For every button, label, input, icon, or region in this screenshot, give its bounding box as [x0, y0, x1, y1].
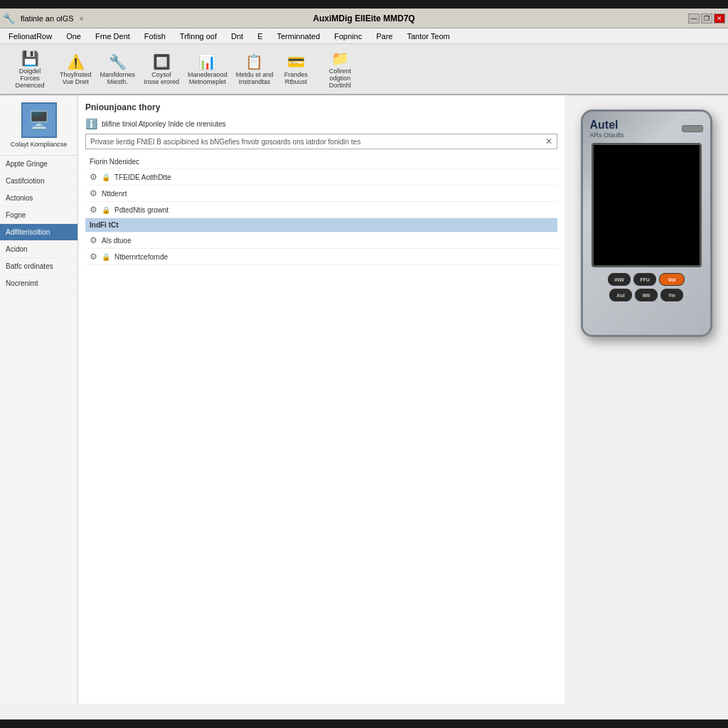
nav-item-fogne[interactable]: Fogne — [0, 207, 77, 224]
device-label: Colayt Kompliancse — [11, 141, 68, 148]
list-item-1[interactable]: ⚙ 🔒 TFEIDE AotthDtte — [85, 169, 557, 186]
menu-trfinng[interactable]: Trfinng oof — [174, 31, 223, 42]
restore-button[interactable]: ❐ — [701, 14, 712, 23]
ribbon-btn-3[interactable]: 🔲 CoysolInsse erored — [141, 50, 182, 87]
list-item-6[interactable]: ⚙ 🔒 Ntbernrtcefornde — [85, 249, 557, 265]
menu-one[interactable]: One — [60, 31, 87, 42]
ribbon-btn-1[interactable]: ⚠️ ThoyfnstedVue Dnet — [57, 50, 95, 87]
device-icon-area: 🖥️ Colayt Kompliancse — [0, 95, 77, 156]
device-buttons: INW FFU Vol Aul WiI Yei — [590, 273, 703, 301]
title-bar-left: 🔧 flatinle an olGS × — [3, 13, 84, 24]
menu-fopninc[interactable]: Fopninc — [328, 31, 368, 42]
device-model: ARs Otaults — [590, 132, 624, 139]
menu-dnt[interactable]: Dnt — [225, 31, 249, 42]
ribbon-btn-6[interactable]: 💳 FrandesRtbuust — [279, 50, 313, 87]
panel-breadcrumb: Pniounjoanc thory — [85, 102, 557, 112]
list-item-3[interactable]: ⚙ 🔒 PdtedNtis grownt — [85, 202, 557, 218]
menu-terminnated[interactable]: Terminnated — [271, 31, 326, 42]
main-panel: Pniounjoanc thory ℹ️ blifine tiniol Atpo… — [78, 95, 564, 704]
left-panel: 🖥️ Colayt Kompliancse Appte Gringe Casti… — [0, 95, 78, 704]
nav-item-acidon[interactable]: Acidon — [0, 241, 77, 258]
info-text: blifine tiniol Atponley Inlde cle nreniu… — [102, 120, 226, 128]
ribbon-label-6: FrandesRtbuust — [284, 72, 308, 86]
ribbon-label-2: ManifdornesMiesth. — [100, 72, 136, 86]
item-label-4: IndFi tCt — [90, 221, 119, 229]
menu-fotish[interactable]: Fotish — [139, 31, 171, 42]
gear-icon-1: ⚙ — [90, 172, 97, 182]
device-btn-inw[interactable]: INW — [608, 273, 631, 286]
nav-item-nocrenimt[interactable]: Nocrenimt — [0, 275, 77, 292]
ribbon-label-1: ThoyfnstedVue Dnet — [60, 72, 92, 86]
gear-icon-2: ⚙ — [90, 188, 97, 198]
search-close-button[interactable]: ✕ — [545, 136, 552, 146]
ribbon: 💾 Doigdel ForcesDenenced ⚠️ ThoyfnstedVu… — [0, 44, 728, 95]
app-icon: 🔧 — [3, 13, 15, 24]
wrench-icon: 🔧 — [107, 52, 127, 72]
clipboard-icon: 📋 — [245, 52, 264, 72]
control-icon: 🔲 — [151, 52, 171, 72]
nav-item-appte-gringe[interactable]: Appte Gringe — [0, 156, 77, 173]
btn-row-2: Aul WiI Yei — [593, 289, 700, 301]
ribbon-label-0: Doigdel ForcesDenenced — [9, 68, 51, 90]
nav-item-batfc-ordinates[interactable]: Batfc ordinates — [0, 258, 77, 275]
menu-tantor[interactable]: Tantor Teom — [401, 31, 455, 42]
list-item-0[interactable]: Fiorin Ndenidec — [85, 155, 557, 169]
item-label-6: Ntbernrtcefornde — [114, 253, 168, 261]
lock-icon-3: 🔒 — [102, 206, 110, 214]
app-window: 🔧 flatinle an olGS × AuxiMDig ElIEite MM… — [0, 9, 728, 719]
minimize-button[interactable]: — — [688, 14, 700, 23]
menu-felionatrow[interactable]: FelionatRow — [3, 31, 58, 42]
ribbon-label-4: ManederaoodMetnomeplet — [188, 72, 228, 86]
btn-row-1: INW FFU Vol — [593, 273, 700, 286]
lock-icon-1: 🔒 — [102, 173, 110, 181]
right-panel: Autel ARs Otaults INW FFU Vol Aul WiI — [564, 95, 728, 704]
menu-e[interactable]: E — [252, 31, 268, 42]
folder-icon: 📁 — [330, 48, 350, 68]
diagnostics-icon: 💾 — [20, 48, 40, 68]
ribbon-btn-2[interactable]: 🔧 ManifdornesMiesth. — [97, 50, 139, 87]
item-label-3: PdtedNtis grownt — [114, 206, 168, 214]
nav-item-castifciotion[interactable]: Castifciotion — [0, 173, 77, 190]
ribbon-btn-4[interactable]: 📊 ManederaoodMetnomeplet — [185, 50, 230, 87]
info-row: ℹ️ blifine tiniol Atponley Inlde cle nre… — [85, 118, 557, 129]
card-icon: 💳 — [286, 52, 306, 72]
menu-frne-dent[interactable]: Frne Dent — [90, 31, 136, 42]
lock-icon-6: 🔒 — [102, 253, 110, 261]
device-screen — [592, 143, 702, 267]
content-area: 🖥️ Colayt Kompliancse Appte Gringe Casti… — [0, 95, 728, 704]
tab-active[interactable]: flatinle an olGS — [21, 14, 74, 23]
ribbon-btn-7[interactable]: 📁 Colirent odgtionDortinhl — [316, 47, 364, 91]
tab-close-btn[interactable]: × — [80, 14, 84, 23]
nav-item-adlfiterisoltion[interactable]: Adlfiterisoltion — [0, 224, 77, 241]
device-btn-wii[interactable]: WiI — [635, 289, 658, 301]
ribbon-label-5: Metdu et andInstrandtas — [236, 72, 274, 86]
device-icon: 🖥️ — [21, 102, 57, 138]
menu-pare[interactable]: Pare — [370, 31, 398, 42]
device-btn-vol[interactable]: Vol — [659, 273, 685, 286]
list-item-4[interactable]: IndFi tCt — [85, 218, 557, 232]
list-item-2[interactable]: ⚙ Nttdenrt — [85, 186, 557, 202]
info-icon: ℹ️ — [85, 118, 97, 129]
device-btn-yei[interactable]: Yei — [660, 289, 683, 301]
item-label-5: Als dtuoe — [102, 237, 132, 245]
item-label-0: Fiorin Ndenidec — [90, 158, 139, 166]
close-button[interactable]: ✕ — [714, 14, 725, 23]
gear-icon-6: ⚙ — [90, 252, 97, 262]
ribbon-btn-5[interactable]: 📋 Metdu et andInstrandtas — [233, 50, 277, 87]
ribbon-label-7: Colirent odgtionDortinhl — [318, 68, 361, 90]
device-header: Autel ARs Otaults — [590, 119, 703, 139]
menu-bar: FelionatRow One Frne Dent Fotish Trfinng… — [0, 28, 728, 44]
nav-item-actonios[interactable]: Actonios — [0, 190, 77, 207]
gear-icon-3: ⚙ — [90, 205, 97, 215]
title-bar: 🔧 flatinle an olGS × AuxiMDig ElIEite MM… — [0, 9, 728, 28]
device-btn-ffu[interactable]: FFU — [633, 273, 656, 286]
search-input[interactable] — [90, 138, 542, 146]
ribbon-btn-0[interactable]: 💾 Doigdel ForcesDenenced — [6, 47, 54, 91]
title-bar-controls: — ❐ ✕ — [688, 14, 725, 23]
list-item-5[interactable]: ⚙ Als dtuoe — [85, 232, 557, 249]
gear-icon-5: ⚙ — [90, 235, 97, 245]
window-title: AuxiMDig ElIEite MMD7Q — [313, 14, 414, 23]
device-btn-aul[interactable]: Aul — [609, 289, 632, 301]
chart-icon: 📊 — [198, 52, 218, 72]
item-label-2: Nttdenrt — [102, 190, 127, 198]
